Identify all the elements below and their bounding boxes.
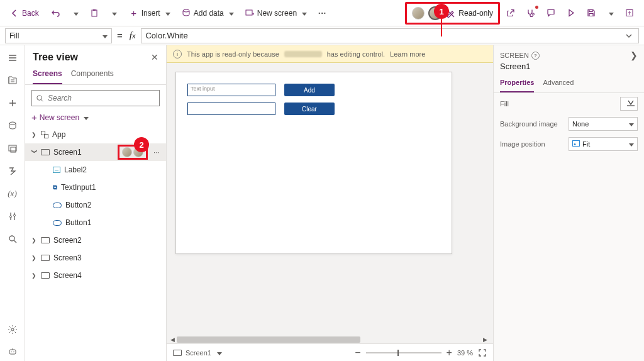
zoom-in-button[interactable]: + xyxy=(447,347,452,358)
learn-more-link[interactable]: Learn more xyxy=(390,50,425,58)
chevron-down-icon: ❯ xyxy=(31,149,38,155)
chevron-down-icon xyxy=(227,9,234,18)
tree-new-screen[interactable]: + New screen xyxy=(31,113,160,122)
horizontal-scrollbar[interactable]: ◀ ▶ xyxy=(167,336,493,343)
zoom-slider[interactable] xyxy=(366,352,441,353)
svg-rect-7 xyxy=(9,145,16,151)
canvas-button-clear[interactable]: Clear xyxy=(284,103,335,115)
tree-item-button1[interactable]: Button1 xyxy=(25,214,166,231)
help-icon[interactable]: ? xyxy=(531,52,540,60)
undo-button[interactable] xyxy=(47,4,65,22)
tree-item-screen3[interactable]: ❯ Screen3 xyxy=(25,249,166,267)
chevron-down-icon xyxy=(72,9,79,18)
rail-power-automate[interactable] xyxy=(4,162,21,180)
avatar[interactable] xyxy=(412,7,425,19)
rail-data[interactable] xyxy=(4,117,21,135)
tree-item-screen4[interactable]: ❯ Screen4 xyxy=(25,267,166,284)
comment-icon xyxy=(547,9,555,18)
formula-expand-button[interactable] xyxy=(623,30,635,42)
back-button[interactable]: Back xyxy=(5,4,44,22)
close-icon[interactable]: ✕ xyxy=(151,52,158,62)
image-position-select[interactable]: Fit xyxy=(569,137,638,151)
tree-item-overflow[interactable]: ··· xyxy=(151,148,162,157)
tree-item-screen2[interactable]: ❯ Screen2 xyxy=(25,231,166,249)
paste-button[interactable] xyxy=(85,4,104,22)
rail-variables[interactable]: (x) xyxy=(4,185,21,203)
fx-icon[interactable]: fx xyxy=(128,30,138,41)
undo-menu[interactable] xyxy=(67,4,84,22)
scroll-left-icon[interactable]: ◀ xyxy=(170,336,177,343)
panel-expand-button[interactable]: ❯ xyxy=(630,50,638,60)
comments-button[interactable] xyxy=(541,4,560,22)
svg-point-9 xyxy=(9,216,11,218)
add-data-button[interactable]: Add data xyxy=(177,4,239,22)
rail-advanced-tools[interactable] xyxy=(4,208,21,225)
tab-advanced[interactable]: Advanced xyxy=(543,75,574,92)
tree-search[interactable] xyxy=(31,90,160,106)
paste-menu[interactable] xyxy=(105,4,122,22)
tree-item-button2[interactable]: Button2 xyxy=(25,196,166,214)
rail-tree-view[interactable] xyxy=(4,72,21,89)
formula-bar: Fill = fx Color.White xyxy=(0,26,644,45)
preview-button[interactable] xyxy=(562,4,580,22)
publish-button[interactable] xyxy=(620,4,639,22)
scrollbar-track[interactable] xyxy=(177,336,483,343)
fill-color-picker[interactable] xyxy=(620,97,638,111)
tree-item-textinput1[interactable]: ⧉TextInput1 xyxy=(25,179,166,196)
overflow-button[interactable]: ··· xyxy=(313,4,331,22)
canvas-textinput1[interactable]: Text input xyxy=(187,84,275,96)
tab-screens[interactable]: Screens xyxy=(33,65,62,84)
prop-fill: Fill xyxy=(500,97,638,111)
rail-search[interactable] xyxy=(4,230,21,248)
tree-search-input[interactable] xyxy=(48,94,155,103)
tree-item-label2[interactable]: Label2 xyxy=(25,161,166,179)
screen-icon xyxy=(41,255,50,261)
screen-plus-icon xyxy=(245,9,254,18)
canvas-screen1[interactable]: Text input Add Clear xyxy=(175,72,452,254)
rail-settings[interactable] xyxy=(4,321,21,338)
clipboard-icon xyxy=(90,9,99,18)
insert-button[interactable]: + Insert xyxy=(125,4,175,22)
chevron-down-icon[interactable] xyxy=(215,349,222,357)
app-checker-button[interactable] xyxy=(521,4,540,22)
rail-hamburger[interactable] xyxy=(4,49,21,67)
chevron-right-icon: ❯ xyxy=(31,272,38,279)
formula-input[interactable]: Color.White xyxy=(141,28,639,43)
tab-properties[interactable]: Properties xyxy=(500,75,534,92)
scroll-right-icon[interactable]: ▶ xyxy=(483,336,489,343)
save-button[interactable] xyxy=(582,4,601,22)
rail-insert[interactable] xyxy=(4,94,21,112)
prop-background-image: Background image None xyxy=(500,117,638,131)
scrollbar-thumb[interactable] xyxy=(177,336,360,343)
canvas-viewport[interactable]: Text input Add Clear xyxy=(167,63,493,336)
canvas-label2[interactable] xyxy=(187,103,275,115)
share-button[interactable] xyxy=(501,4,520,22)
svg-point-15 xyxy=(13,352,14,353)
chevron-down-icon xyxy=(607,9,614,18)
canvas-button-add[interactable]: Add xyxy=(284,84,335,96)
save-menu[interactable] xyxy=(602,4,619,22)
main-area: (x) Tree view ✕ Screens Components + New… xyxy=(0,45,644,361)
share-icon xyxy=(506,9,515,18)
svg-point-10 xyxy=(13,214,15,216)
plus-icon: + xyxy=(130,9,138,18)
info-text-suffix: has editing control. xyxy=(327,50,385,58)
property-selector[interactable]: Fill xyxy=(5,28,112,43)
stethoscope-icon xyxy=(526,9,535,18)
presence-readonly-group: Read-only xyxy=(405,2,500,25)
new-screen-button[interactable]: New screen xyxy=(240,4,312,22)
app-icon xyxy=(41,131,48,138)
fit-to-screen-button[interactable] xyxy=(478,348,487,357)
save-icon xyxy=(587,9,596,18)
tree-item-label: TextInput1 xyxy=(61,183,96,192)
equals-label: = xyxy=(116,30,124,41)
label-icon xyxy=(53,167,60,173)
background-image-select[interactable]: None xyxy=(569,117,638,131)
prop-label: Background image xyxy=(500,120,558,128)
data-icon xyxy=(182,9,191,18)
screen-icon xyxy=(41,149,50,155)
tab-components[interactable]: Components xyxy=(71,65,114,84)
zoom-out-button[interactable]: − xyxy=(355,347,360,358)
rail-ask-virtual-agent[interactable] xyxy=(4,343,21,361)
rail-media[interactable] xyxy=(4,140,21,157)
